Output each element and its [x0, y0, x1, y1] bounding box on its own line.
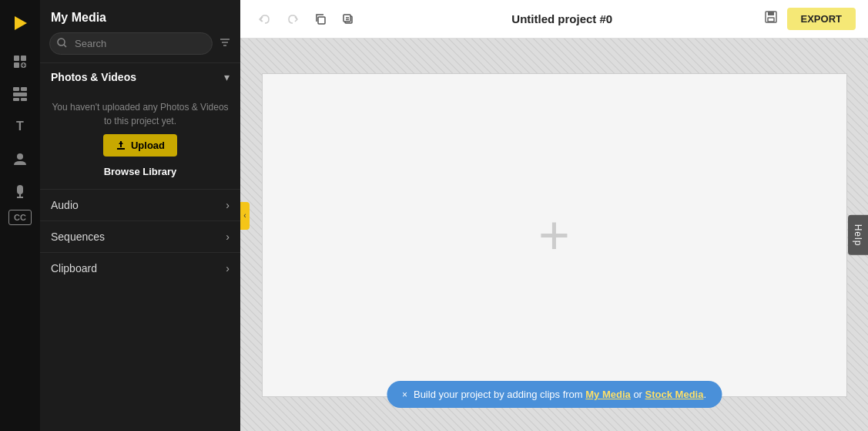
sidebar-header: My Media — [40, 0, 240, 32]
canvas-workspace[interactable]: + — [262, 73, 847, 397]
upload-label: Upload — [131, 140, 165, 151]
svg-line-16 — [64, 45, 66, 47]
search-icon — [57, 38, 67, 50]
section-photos-videos[interactable]: Photos & Videos ▾ — [40, 62, 240, 91]
chevron-right-sequences-icon: › — [226, 231, 230, 243]
main-area: Untitled project #0 EXPORT + × Build you… — [240, 0, 868, 431]
sidebar-panel: My Media Photos & Videos ▾ You haven't u — [40, 0, 240, 431]
undo-button[interactable] — [253, 7, 277, 32]
svg-rect-27 — [768, 18, 774, 22]
logo-icon[interactable] — [6, 9, 34, 37]
svg-marker-0 — [15, 16, 27, 30]
svg-rect-1 — [14, 56, 19, 61]
canvas-area: + × Build your project by adding clips f… — [240, 39, 868, 431]
export-button[interactable]: EXPORT — [787, 8, 856, 30]
help-button[interactable]: Help — [848, 214, 868, 255]
templates-icon[interactable] — [6, 80, 34, 108]
paste-button[interactable] — [336, 7, 360, 32]
section-audio[interactable]: Audio › — [40, 189, 240, 221]
svg-point-15 — [58, 39, 65, 45]
top-toolbar: Untitled project #0 EXPORT — [240, 0, 868, 39]
copy-button[interactable] — [308, 7, 333, 32]
svg-rect-9 — [13, 93, 27, 96]
empty-state-text: You haven't uploaded any Photos & Videos… — [52, 102, 228, 126]
svg-rect-26 — [768, 12, 774, 15]
svg-rect-2 — [21, 56, 26, 61]
search-row — [49, 32, 231, 55]
search-input-wrap — [49, 32, 213, 55]
svg-rect-7 — [13, 87, 19, 91]
svg-rect-20 — [318, 17, 325, 24]
bottom-notification: × Build your project by adding clips fro… — [387, 381, 722, 408]
profile-icon[interactable] — [6, 145, 34, 173]
chevron-right-audio-icon: › — [226, 199, 230, 211]
section-clipboard[interactable]: Clipboard › — [40, 252, 240, 284]
redo-button[interactable] — [280, 7, 305, 32]
upload-button[interactable]: Upload — [103, 134, 177, 157]
add-media-icon: + — [538, 208, 570, 262]
section-clipboard-label: Clipboard — [51, 262, 97, 274]
project-title: Untitled project #0 — [364, 12, 761, 25]
chevron-right-clipboard-icon: › — [226, 262, 230, 274]
my-media-link[interactable]: My Media — [585, 389, 631, 400]
svg-rect-3 — [14, 62, 19, 68]
stock-media-link[interactable]: Stock Media — [645, 389, 704, 400]
save-icon[interactable] — [764, 10, 778, 28]
text-icon[interactable]: T — [6, 113, 34, 140]
section-sequences[interactable]: Sequences › — [40, 221, 240, 252]
section-audio-label: Audio — [51, 199, 79, 211]
audio-rail-icon[interactable] — [6, 177, 34, 205]
filter-icon[interactable] — [219, 36, 231, 52]
captions-icon[interactable]: CC — [8, 210, 32, 225]
section-sequences-label: Sequences — [51, 231, 105, 243]
notification-text: Build your project by adding clips from … — [414, 389, 706, 400]
notif-close-button[interactable]: × — [402, 389, 407, 400]
svg-rect-11 — [21, 98, 27, 101]
panel-toggle[interactable]: ‹ — [240, 202, 250, 230]
sidebar-title: My Media — [51, 11, 106, 25]
media-icon[interactable] — [6, 48, 34, 76]
svg-point-12 — [17, 153, 23, 160]
icon-rail: T CC — [0, 0, 40, 431]
section-photos-videos-label: Photos & Videos — [51, 71, 136, 83]
photos-videos-content: You haven't uploaded any Photos & Videos… — [40, 91, 240, 189]
chevron-down-icon: ▾ — [224, 71, 230, 83]
search-input[interactable] — [49, 32, 213, 55]
browse-library-link[interactable]: Browse Library — [51, 164, 230, 180]
svg-rect-10 — [13, 98, 19, 101]
svg-rect-8 — [21, 87, 27, 91]
